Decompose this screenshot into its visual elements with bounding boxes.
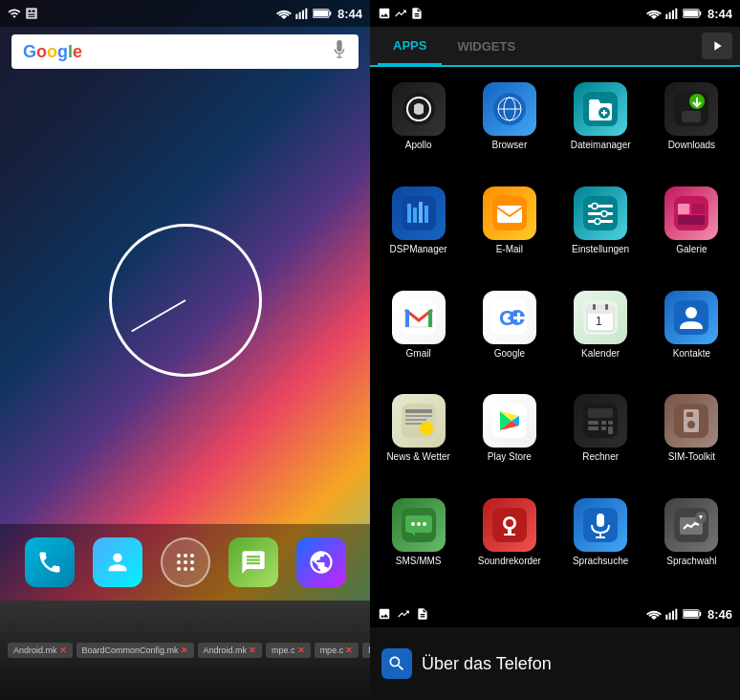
app-item-browser[interactable]: Browser [465, 75, 554, 177]
left-status-right-icons: 8:44 [276, 7, 362, 21]
dock-messages-icon[interactable] [229, 537, 278, 587]
bottom-left: Android.mk✕BoardCommonConfig.mk✕Android.… [0, 601, 370, 700]
app-item-dspmanager[interactable]: DSPManager [374, 179, 463, 281]
svg-rect-88 [601, 421, 606, 425]
uber-das-telefon-row[interactable]: Über das Telefon [370, 627, 740, 700]
svg-rect-119 [700, 612, 701, 616]
app-icon-kalender: 1 [574, 291, 627, 344]
app-item-rechner[interactable]: Rechner [556, 386, 645, 489]
app-item-apollo[interactable]: Apollo [374, 75, 463, 177]
svg-rect-86 [588, 408, 613, 418]
br-wifi-icon [646, 608, 662, 620]
app-item-sprachwahl[interactable]: Sprachwahl [647, 491, 736, 593]
app-icon-playstore [483, 394, 536, 448]
left-status-bar: 8:44 [0, 0, 370, 27]
uber-das-telefon-text: Über das Telefon [422, 654, 552, 674]
svg-point-55 [601, 210, 607, 216]
svg-rect-60 [691, 204, 705, 214]
app-icon-dateimanager [574, 82, 627, 136]
app-item-galerie[interactable]: Galerie [647, 179, 736, 281]
svg-rect-44 [407, 204, 411, 223]
right-time: 8:44 [707, 7, 732, 21]
app-item-gmail[interactable]: Gmail [374, 283, 463, 385]
app-label: Browser [492, 140, 528, 151]
svg-rect-79 [405, 409, 432, 413]
svg-rect-25 [669, 12, 671, 19]
app-item-sprachsuche[interactable]: Sprachsuche [556, 491, 645, 593]
app-label: SMS/MMS [396, 556, 442, 567]
dock-browser-icon[interactable] [296, 537, 346, 587]
svg-rect-4 [29, 16, 35, 17]
app-item-smsmms[interactable]: SMS/MMS [374, 491, 463, 593]
svg-rect-105 [508, 530, 511, 534]
svg-rect-81 [405, 419, 426, 421]
app-icon-sprachsuche [574, 498, 627, 552]
svg-rect-12 [337, 40, 341, 52]
right-wifi-icon [646, 8, 662, 19]
dock-apps-icon[interactable] [161, 537, 210, 587]
app-icon-browser [483, 82, 536, 136]
app-item-simtoolkit[interactable]: SIM-Toolkit [647, 386, 736, 489]
time-display: 8:44 [337, 7, 362, 21]
clock-widget [0, 77, 370, 524]
svg-point-83 [420, 422, 433, 435]
svg-point-15 [177, 554, 181, 558]
svg-rect-72 [587, 306, 614, 314]
left-panel: 8:44 Google [0, 0, 370, 601]
mic-icon[interactable] [332, 40, 347, 63]
svg-rect-0 [26, 8, 37, 19]
svg-point-22 [184, 567, 187, 571]
photo-icon [378, 7, 391, 20]
trending-icon [394, 7, 407, 20]
bottom-right-statusbar: 8:46 [370, 601, 740, 627]
svg-point-56 [595, 218, 600, 224]
svg-rect-59 [678, 204, 689, 214]
svg-rect-89 [608, 421, 613, 425]
svg-point-18 [177, 560, 181, 564]
svg-rect-13 [338, 55, 339, 57]
tab-widgets[interactable]: WIDGETS [442, 27, 531, 65]
svg-rect-69 [517, 313, 520, 322]
dock-phone-icon[interactable] [25, 537, 75, 587]
app-item-kontakte[interactable]: Kontakte [647, 283, 736, 385]
svg-point-20 [190, 560, 194, 564]
svg-rect-91 [601, 427, 606, 430]
app-item-soundrekorder[interactable]: Soundrekorder [465, 491, 554, 593]
svg-rect-106 [504, 534, 515, 536]
svg-point-99 [411, 522, 415, 526]
svg-point-54 [592, 203, 598, 208]
app-item-google[interactable]: GGoogle [465, 283, 554, 385]
tab-play-button[interactable] [702, 33, 732, 59]
app-label: Rechner [582, 451, 619, 463]
svg-rect-95 [686, 412, 693, 417]
svg-rect-61 [678, 215, 705, 225]
svg-rect-63 [405, 310, 409, 327]
svg-rect-10 [330, 11, 331, 15]
app-item-email[interactable]: E-Mail [465, 179, 554, 281]
app-icon-simtoolkit [664, 394, 718, 448]
google-search-bar[interactable]: Google [11, 34, 359, 69]
app-icon-rechner [574, 394, 627, 448]
left-status-left-icons [8, 7, 38, 20]
svg-rect-29 [700, 11, 701, 15]
svg-rect-64 [428, 310, 432, 327]
svg-rect-110 [596, 536, 605, 538]
app-item-einstellungen[interactable]: Einstellungen [556, 179, 645, 281]
svg-rect-52 [588, 212, 613, 215]
file-chip: Android.mk✕ [198, 643, 263, 658]
file-chip: build.prop✕ [362, 643, 370, 658]
bottom-left-content: Android.mk✕BoardCommonConfig.mk✕Android.… [0, 601, 370, 700]
dock-contacts-icon[interactable] [93, 537, 142, 587]
svg-rect-46 [419, 202, 423, 223]
signal-bars-icon [295, 8, 309, 19]
app-item-playstore[interactable]: Play Store [465, 386, 554, 489]
app-item-newswetter[interactable]: News & Wetter [374, 386, 463, 489]
svg-rect-109 [599, 533, 601, 536]
app-item-kalender[interactable]: 1Kalender [556, 283, 645, 385]
tab-apps[interactable]: APPS [378, 27, 442, 65]
uber-settings-icon [381, 648, 412, 679]
app-icon-smsmms [392, 498, 446, 552]
app-item-downloads[interactable]: Downloads [647, 75, 736, 177]
svg-rect-14 [337, 56, 341, 57]
app-item-dateimanager[interactable]: Dateimanager [556, 75, 645, 177]
